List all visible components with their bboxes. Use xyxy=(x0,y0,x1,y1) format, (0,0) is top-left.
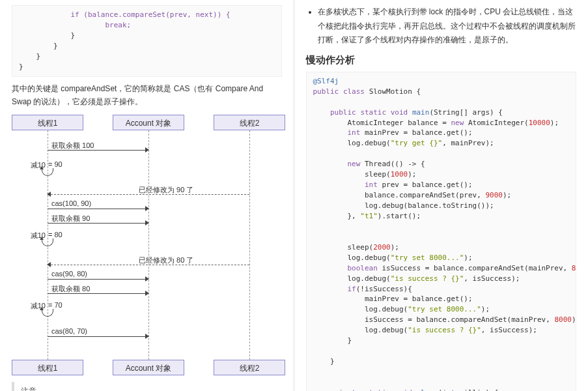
txt: SlowMotion { xyxy=(369,87,421,96)
num: 1000 xyxy=(391,170,408,179)
fn: sleep xyxy=(416,388,438,391)
txt: , isSuccess); xyxy=(464,274,520,283)
note-title: 注意 xyxy=(21,384,275,391)
txt: log.debug( xyxy=(347,253,390,262)
txt: ).start(); xyxy=(378,212,421,220)
txt: balance.compareAndSet(prev, xyxy=(365,191,485,199)
str: "is success ? {}" xyxy=(408,326,481,334)
txt: mainPrev = balance.get(); xyxy=(360,128,472,137)
kw: if xyxy=(347,285,356,293)
txt: millis) { xyxy=(455,388,498,391)
bullet-list: 在多核状态下，某个核执行到带 lock 的指令时，CPU 会让总线锁住，当这个核… xyxy=(306,5,577,48)
code-slowmotion: @Slf4j public class SlowMotion { public … xyxy=(306,72,577,391)
str: "is success ? {}" xyxy=(391,274,464,283)
msg-label: 获取余额 100 xyxy=(51,141,94,151)
txt: log.debug( xyxy=(365,305,408,313)
msg-label: 已经修改为 90 了 xyxy=(139,185,193,195)
str: "t1" xyxy=(360,212,378,220)
txt: AtomicInteger( xyxy=(464,119,528,127)
side-value: = 80 xyxy=(48,231,63,239)
msg-label: cas(80, 70) xyxy=(51,327,87,335)
txt: ); xyxy=(503,191,511,199)
txt: ); xyxy=(464,253,472,262)
left-column: if (balance.compareSet(prev, next)) { br… xyxy=(0,0,294,391)
lane-thread2: 线程2 线程2 xyxy=(214,115,285,375)
txt: log.debug( xyxy=(347,139,390,147)
txt: log.debug( xyxy=(347,274,390,283)
kw: static xyxy=(365,388,391,391)
msg-get-80: 获取余额 80 xyxy=(48,285,148,295)
annotation: @Slf4j xyxy=(313,77,339,85)
kw-if: if (balance.compareSet(prev, next)) { xyxy=(70,10,230,19)
txt: ); xyxy=(481,305,490,313)
txt: sleep( xyxy=(365,170,391,179)
lane-thread2-top: 线程2 xyxy=(214,115,285,130)
kw-break: break; xyxy=(88,21,131,29)
lifeline-2 xyxy=(148,130,149,360)
lane-thread1-top: 线程1 xyxy=(12,115,83,130)
msg-label: 获取余额 80 xyxy=(51,284,90,294)
txt: ); xyxy=(391,243,399,252)
msg-get-100: 获取余额 100 xyxy=(48,142,148,151)
kw: int xyxy=(365,181,378,189)
kw: public xyxy=(330,108,356,117)
txt: } xyxy=(330,357,335,366)
side-value: = 70 xyxy=(48,301,63,309)
num: 2000 xyxy=(373,243,391,252)
str: "try set 8000..." xyxy=(391,253,464,262)
txt: Thread(() -> { xyxy=(360,160,425,168)
note-block: 注意 其实 CAS 的底层是 lock cmpxchg 指令（X86 架构），在… xyxy=(12,382,282,391)
kw: class xyxy=(343,87,365,96)
msg-get-90: 获取余额 90 xyxy=(48,215,148,224)
paragraph-cas-intro: 其中的关键是 compareAndSet，它的简称就是 CAS（也有 Compa… xyxy=(12,82,282,109)
msg-label: cas(90, 80) xyxy=(51,270,87,278)
lane-account-bottom: Account 对象 xyxy=(113,360,184,375)
msg-label: 已经修改为 80 了 xyxy=(139,255,193,265)
msg-changed-80: 已经修改为 80 了 xyxy=(48,257,249,266)
num: 10000 xyxy=(529,119,550,127)
lane-account-top: Account 对象 xyxy=(113,115,184,130)
msg-cas-90-80: cas(90, 80) xyxy=(48,271,148,280)
kw: int xyxy=(347,128,360,137)
kw: new xyxy=(347,160,360,168)
str: "try get {}" xyxy=(391,139,442,147)
txt: ); xyxy=(572,315,576,324)
txt: , mainPrev); xyxy=(442,139,494,147)
msg-label: cas(100, 90) xyxy=(51,199,91,207)
kw: static xyxy=(360,108,386,117)
txt: log.debug(balance.toString()); xyxy=(365,201,494,210)
sequence-diagram: 线程1 线程1 Account 对象 Account 对象 线程2 线程2 获取… xyxy=(12,115,285,375)
txt: mainPrev = balance.get(); xyxy=(365,295,473,303)
txt: AtomicInteger balance = xyxy=(347,119,451,127)
heading-slowmotion: 慢动作分析 xyxy=(306,54,577,66)
num: 8000 xyxy=(554,315,572,324)
kw: int xyxy=(442,388,455,391)
fn: main xyxy=(412,108,430,117)
kw: boolean xyxy=(347,264,377,272)
txt: prev = balance.get(); xyxy=(378,181,473,189)
bullet-item: 在多核状态下，某个核执行到带 lock 的指令时，CPU 会让总线锁住，当这个核… xyxy=(318,5,577,48)
txt: ); xyxy=(408,170,416,179)
txt: }, xyxy=(347,212,360,220)
lane-thread2-bottom: 线程2 xyxy=(214,360,285,375)
side-value: = 90 xyxy=(48,160,63,168)
txt: ); xyxy=(550,119,559,127)
txt: isSuccess = balance.compareAndSet(mainPr… xyxy=(378,264,572,272)
kw: new xyxy=(451,119,464,127)
txt: (String[] args) { xyxy=(429,108,503,117)
kw: void xyxy=(395,388,412,391)
txt: , isSuccess); xyxy=(481,326,537,334)
msg-label: 获取余额 90 xyxy=(51,214,90,224)
txt: } xyxy=(347,336,352,345)
txt: isSuccess = balance.compareAndSet(mainPr… xyxy=(365,315,554,324)
kw: void xyxy=(391,108,408,117)
right-column: 在多核状态下，某个核执行到带 lock 的指令时，CPU 会让总线锁住，当这个核… xyxy=(294,0,589,391)
msg-cas-100-90: cas(100, 90) xyxy=(48,201,148,210)
msg-changed-90: 已经修改为 90 了 xyxy=(48,186,249,195)
msg-cas-80-70: cas(80, 70) xyxy=(48,328,148,338)
txt: log.debug( xyxy=(365,326,408,334)
code-snippet-top: if (balance.compareSet(prev, next)) { br… xyxy=(12,5,282,77)
txt: (!isSuccess){ xyxy=(356,285,412,293)
lifeline-3 xyxy=(249,130,250,360)
kw: public xyxy=(313,87,339,96)
